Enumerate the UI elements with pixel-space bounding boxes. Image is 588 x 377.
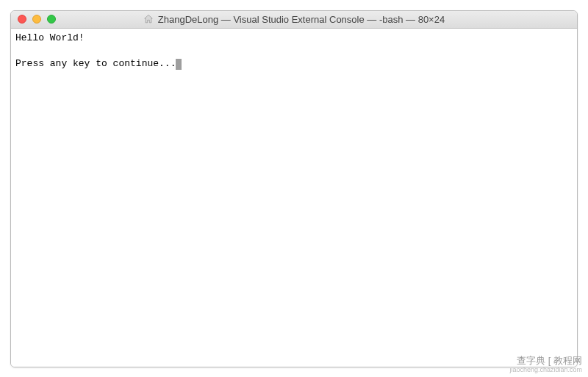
- terminal-blank-line: [15, 44, 573, 57]
- watermark-sub: jiaocheng.chazidian.com: [509, 366, 582, 374]
- maximize-button[interactable]: [47, 15, 56, 24]
- home-icon: [143, 14, 154, 24]
- watermark: 查字典 [ 教程网 jiaocheng.chazidian.com: [509, 355, 582, 374]
- terminal-window: ZhangDeLong — Visual Studio External Con…: [10, 10, 578, 367]
- terminal-line-output: Hello World!: [15, 32, 573, 45]
- title-center: ZhangDeLong — Visual Studio External Con…: [11, 11, 577, 28]
- window-title: ZhangDeLong — Visual Studio External Con…: [158, 14, 445, 25]
- close-button[interactable]: [18, 15, 26, 24]
- terminal-content[interactable]: Hello World! Press any key to continue..…: [11, 29, 577, 367]
- watermark-main: 查字典 [ 教程网: [517, 355, 582, 367]
- prompt-text: Press any key to continue...: [15, 58, 176, 69]
- titlebar: ZhangDeLong — Visual Studio External Con…: [11, 11, 577, 29]
- traffic-lights: [18, 15, 56, 24]
- cursor-block-icon: [176, 59, 182, 70]
- minimize-button[interactable]: [32, 15, 41, 24]
- terminal-line-prompt: Press any key to continue...: [15, 57, 573, 71]
